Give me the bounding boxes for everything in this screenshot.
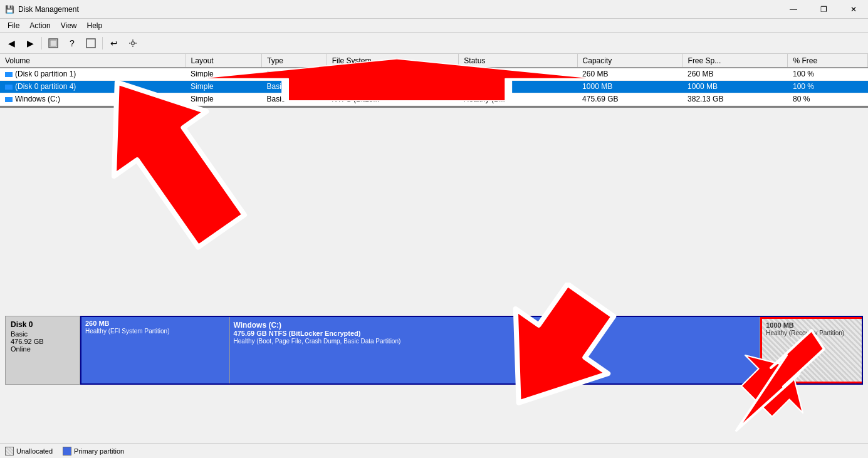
disk-partitions: 260 MB Healthy (EFI System Partition) Wi…: [80, 316, 863, 385]
status-bar: Unallocated Primary partition: [0, 443, 868, 458]
disk-size: 476.92 GB: [11, 338, 75, 345]
back-button[interactable]: ◀: [3, 35, 20, 51]
table-row[interactable]: (Disk 0 partition 1)SimpleBasicHealthy (…: [0, 68, 868, 80]
svg-rect-1: [50, 40, 56, 46]
svg-rect-2: [86, 39, 95, 48]
legend-unallocated: Unallocated: [5, 447, 53, 455]
table-cell: Simple: [186, 68, 261, 80]
restore-button[interactable]: ❐: [809, 0, 838, 19]
menu-action[interactable]: Action: [24, 20, 55, 31]
main-content: Volume Layout Type File System Status Ca…: [0, 54, 868, 458]
table-cell: Healthy (B...: [459, 93, 577, 105]
table-cell: [327, 80, 459, 93]
table-cell: 382.13 GB: [682, 93, 788, 105]
windows-status: Healthy (Boot, Page File, Crash Dump, Ba…: [234, 338, 756, 345]
table-cell: Windows (C:): [0, 93, 186, 105]
table-cell: 80 %: [788, 93, 868, 105]
menu-view[interactable]: View: [56, 20, 82, 31]
close-button[interactable]: ✕: [839, 0, 868, 19]
partition-windows[interactable]: Windows (C:) 475.69 GB NTFS (BitLocker E…: [230, 317, 761, 383]
table-cell: (Disk 0 partition 1): [0, 68, 186, 80]
window-controls: — ❐ ✕: [779, 0, 868, 19]
table-row[interactable]: Windows (C:)SimpleBasicNTFS (BitLo...Hea…: [0, 93, 868, 105]
col-capacity[interactable]: Capacity: [577, 54, 682, 68]
efi-size: 260 MB: [85, 320, 226, 327]
app-icon: 💾: [5, 5, 14, 14]
settings-button[interactable]: [124, 35, 142, 51]
table-cell: Simple: [186, 80, 261, 93]
col-status[interactable]: Status: [459, 54, 577, 68]
col-percent[interactable]: % Free: [788, 54, 868, 68]
table-cell: [327, 68, 459, 80]
menu-file[interactable]: File: [3, 20, 24, 31]
table-cell: Healthy (E...: [459, 68, 577, 80]
table-cell: Basic: [261, 68, 327, 80]
disk-status: Online: [11, 345, 75, 353]
table-cell: Healthy (R...: [459, 80, 577, 93]
col-free[interactable]: Free Sp...: [682, 54, 788, 68]
disk-label: Disk 0 Basic 476.92 GB Online: [5, 316, 80, 385]
window-title: Disk Management: [18, 5, 863, 14]
disk-row: Disk 0 Basic 476.92 GB Online 260 MB Hea…: [5, 316, 863, 385]
partition-recovery[interactable]: 1000 MB Healthy (Recovery Partition): [760, 317, 862, 383]
disk-icon: [5, 85, 13, 90]
table-cell: (Disk 0 partition 4): [0, 80, 186, 93]
recovery-status: Healthy (Recovery Partition): [766, 330, 858, 336]
partition-efi[interactable]: 260 MB Healthy (EFI System Partition): [81, 317, 230, 383]
table-cell: 260 MB: [682, 68, 788, 80]
top-pane: Volume Layout Type File System Status Ca…: [0, 54, 868, 311]
disk-name: Disk 0: [11, 320, 75, 329]
forward-button[interactable]: ▶: [21, 35, 39, 51]
disk-icon: [5, 72, 13, 77]
title-bar: 💾 Disk Management — ❐ ✕: [0, 0, 868, 19]
col-layout[interactable]: Layout: [186, 54, 261, 68]
disk-icon: [5, 97, 13, 102]
table-cell: 1000 MB: [682, 80, 788, 93]
table-cell: 100 %: [788, 68, 868, 80]
bottom-pane: Disk 0 Basic 476.92 GB Online 260 MB Hea…: [0, 311, 868, 458]
table-cell: Basic: [261, 93, 327, 105]
table-cell: Basic: [261, 80, 327, 93]
table-cell: 475.69 GB: [577, 93, 682, 105]
table-cell: 260 MB: [577, 68, 682, 80]
table-row[interactable]: (Disk 0 partition 4)SimpleBasicHealthy (…: [0, 80, 868, 93]
primary-box: [63, 447, 71, 455]
col-volume[interactable]: Volume: [0, 54, 186, 68]
toolbar-btn-3[interactable]: [44, 35, 62, 51]
primary-label: Primary partition: [74, 447, 124, 455]
volume-table: Volume Layout Type File System Status Ca…: [0, 54, 868, 106]
menu-bar: File Action View Help: [0, 19, 868, 33]
table-cell: NTFS (BitLo...: [327, 93, 459, 105]
toolbar-btn-5[interactable]: [82, 35, 100, 51]
toolbar-separator-1: [41, 37, 42, 49]
menu-help[interactable]: Help: [82, 20, 108, 31]
col-filesystem[interactable]: File System: [327, 54, 459, 68]
recovery-size: 1000 MB: [766, 321, 858, 329]
undo-button[interactable]: ↩: [105, 35, 123, 51]
unallocated-label: Unallocated: [16, 447, 53, 455]
windows-name: Windows (C:): [234, 321, 756, 330]
toolbar: ◀ ▶ ? ↩: [0, 33, 868, 54]
legend-primary: Primary partition: [63, 447, 124, 455]
minimize-button[interactable]: —: [779, 0, 808, 19]
windows-size: 475.69 GB NTFS (BitLocker Encrypted): [234, 330, 756, 337]
unallocated-box: [5, 447, 14, 455]
efi-status: Healthy (EFI System Partition): [85, 328, 226, 335]
help-button[interactable]: ?: [63, 35, 81, 51]
disk-type: Basic: [11, 330, 75, 338]
table-cell: 100 %: [788, 80, 868, 93]
col-type[interactable]: Type: [261, 54, 327, 68]
svg-point-3: [132, 41, 135, 44]
table-header-row: Volume Layout Type File System Status Ca…: [0, 54, 868, 68]
table-cell: Simple: [186, 93, 261, 105]
toolbar-separator-2: [102, 37, 103, 49]
table-cell: 1000 MB: [577, 80, 682, 93]
